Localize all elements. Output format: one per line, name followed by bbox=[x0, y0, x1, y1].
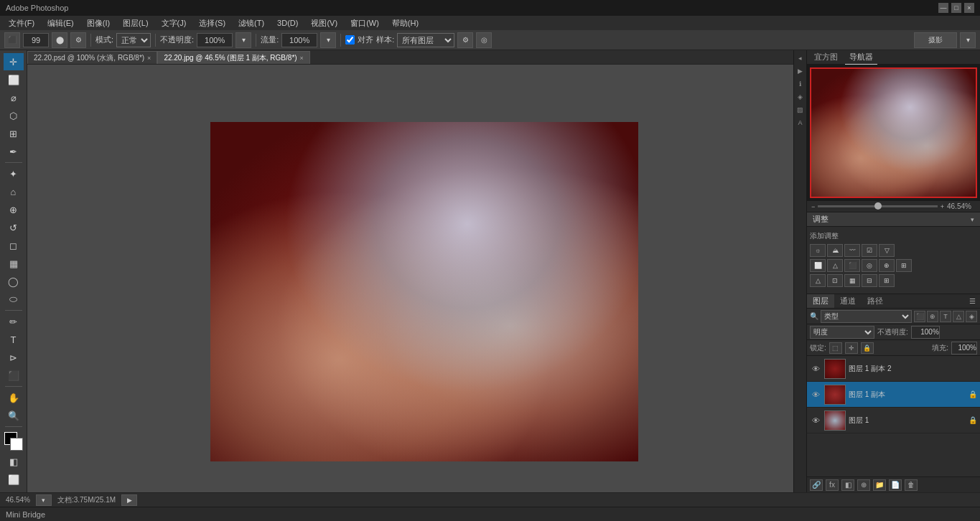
adj-curves[interactable]: 〰 bbox=[844, 244, 860, 257]
flow-input[interactable] bbox=[281, 33, 317, 47]
tool-options-icon[interactable]: ⬛ bbox=[4, 32, 20, 48]
tab-channels[interactable]: 通道 bbox=[834, 294, 862, 308]
adj-bw[interactable]: ⬛ bbox=[844, 259, 860, 272]
opacity-options-btn[interactable]: ▾ bbox=[235, 32, 251, 48]
filter-adjust[interactable]: ⊕ bbox=[927, 311, 938, 322]
tool-quickselect[interactable]: ⬡ bbox=[4, 107, 24, 124]
opacity-input-layers[interactable] bbox=[911, 326, 940, 339]
brush-size-input[interactable]: 99 bbox=[23, 33, 49, 47]
fill-input[interactable] bbox=[951, 342, 977, 355]
lock-position-btn[interactable]: ✛ bbox=[845, 342, 858, 354]
doc-info-btn[interactable]: ▶ bbox=[121, 494, 137, 506]
adj-colorbalance[interactable]: △ bbox=[827, 259, 843, 272]
adj-vibrance[interactable]: ▽ bbox=[879, 244, 895, 257]
new-group-btn[interactable]: 📁 bbox=[873, 479, 886, 491]
link-layers-btn[interactable]: 🔗 bbox=[810, 479, 823, 491]
right-strip-brush[interactable]: ◈ bbox=[795, 92, 806, 102]
adj-invert[interactable]: ⊞ bbox=[896, 259, 912, 272]
tab-paths[interactable]: 路径 bbox=[862, 294, 889, 308]
new-adjustment-btn[interactable]: ⊕ bbox=[857, 479, 870, 491]
align-checkbox[interactable] bbox=[345, 35, 355, 44]
menu-edit[interactable]: 编辑(E) bbox=[42, 17, 80, 30]
add-style-btn[interactable]: fx bbox=[826, 479, 839, 491]
layers-panel-menu[interactable]: ☰ bbox=[965, 297, 980, 305]
right-strip-play[interactable]: ▶ bbox=[795, 66, 806, 76]
layer-2-eye[interactable]: 👁 bbox=[810, 389, 821, 400]
filter-pixel[interactable]: ⬛ bbox=[914, 311, 925, 322]
right-strip-collapse[interactable]: ◂ bbox=[795, 53, 806, 63]
tool-zoom[interactable]: 🔍 bbox=[4, 407, 24, 424]
sample-select[interactable]: 所有图层 bbox=[397, 33, 454, 47]
tool-healing[interactable]: ✦ bbox=[4, 165, 24, 182]
tool-crop[interactable]: ⊞ bbox=[4, 125, 24, 142]
opacity-input[interactable] bbox=[197, 33, 233, 47]
flow-options-btn[interactable]: ▾ bbox=[320, 32, 336, 48]
lock-all-btn[interactable]: 🔒 bbox=[861, 342, 874, 354]
new-layer-btn[interactable]: 📄 bbox=[889, 479, 902, 491]
toolbar-expand-btn[interactable]: ▾ bbox=[960, 32, 976, 48]
adj-hsl[interactable]: ⬜ bbox=[810, 259, 826, 272]
sample-options-btn[interactable]: ⚙ bbox=[457, 32, 473, 48]
right-strip-info[interactable]: ℹ bbox=[795, 79, 806, 89]
extra-btn[interactable]: ◎ bbox=[476, 32, 492, 48]
doc-tab-jpg[interactable]: 22.20.jpg @ 46.5% (图层 1 副本, RGB/8*) × bbox=[157, 51, 310, 64]
blend-mode-select[interactable]: 明度 bbox=[810, 326, 874, 339]
doc-tab-psd[interactable]: 22.20.psd @ 100% (水滴, RGB/8*) × bbox=[27, 51, 157, 64]
adj-channel[interactable]: ⊕ bbox=[879, 259, 895, 272]
menu-layer[interactable]: 图层(L) bbox=[117, 17, 154, 30]
adj-posterize[interactable]: △ bbox=[810, 274, 826, 287]
mini-bridge-label[interactable]: Mini Bridge bbox=[6, 510, 45, 519]
close-button[interactable]: × bbox=[964, 3, 974, 13]
mode-select[interactable]: 正常 bbox=[116, 33, 151, 47]
tool-shape[interactable]: ⬛ bbox=[4, 367, 24, 384]
menu-window[interactable]: 窗口(W) bbox=[345, 17, 385, 30]
tab-layers[interactable]: 图层 bbox=[807, 294, 834, 308]
zoom-out-icon[interactable]: − bbox=[811, 203, 815, 210]
brush-settings-btn[interactable]: ⚙ bbox=[70, 32, 86, 48]
doc-tab-psd-close[interactable]: × bbox=[147, 55, 151, 62]
tool-lasso[interactable]: ⌀ bbox=[4, 89, 24, 106]
tool-stamp[interactable]: ⊕ bbox=[4, 201, 24, 218]
filter-shape[interactable]: △ bbox=[953, 311, 964, 322]
background-color[interactable] bbox=[10, 438, 23, 451]
zoom-slider[interactable] bbox=[818, 205, 937, 207]
menu-filter[interactable]: 滤镜(T) bbox=[233, 17, 270, 30]
quick-mask-btn[interactable]: ◧ bbox=[4, 453, 24, 470]
filter-type[interactable]: T bbox=[940, 311, 951, 322]
screen-mode-btn[interactable]: ⬜ bbox=[4, 471, 24, 488]
adjustments-header[interactable]: 调整 ▾ bbox=[807, 212, 980, 227]
tool-hand[interactable]: ✋ bbox=[4, 389, 24, 406]
layer-row-2[interactable]: 👁 图层 1 副本 🔒 bbox=[807, 382, 980, 408]
filter-type-select[interactable]: 类型 bbox=[821, 310, 912, 323]
brush-toggle-btn[interactable]: ⬤ bbox=[52, 32, 67, 48]
menu-help[interactable]: 帮助(H) bbox=[386, 17, 424, 30]
tool-text[interactable]: T bbox=[4, 331, 24, 348]
menu-image[interactable]: 图像(I) bbox=[81, 17, 116, 30]
tool-marquee[interactable]: ⬜ bbox=[4, 71, 24, 88]
menu-3d[interactable]: 3D(D) bbox=[271, 17, 304, 29]
menu-view[interactable]: 视图(V) bbox=[305, 17, 343, 30]
right-strip-color[interactable]: ▨ bbox=[795, 105, 806, 115]
lock-pixels-btn[interactable]: ⬚ bbox=[829, 342, 842, 354]
layer-row-3[interactable]: 👁 图层 1 副本 2 bbox=[807, 356, 980, 382]
color-box[interactable] bbox=[4, 432, 23, 451]
adj-threshold[interactable]: ⊡ bbox=[827, 274, 843, 287]
tool-gradient[interactable]: ▦ bbox=[4, 255, 24, 272]
adj-photo[interactable]: ◎ bbox=[862, 259, 877, 272]
adj-gradientmap[interactable]: ▦ bbox=[844, 274, 860, 287]
layer-1-eye[interactable]: 👁 bbox=[810, 415, 821, 426]
zoom-in-icon[interactable]: + bbox=[941, 203, 944, 210]
adj-brightness[interactable]: ☼ bbox=[810, 244, 826, 257]
tool-dodge[interactable]: ⬭ bbox=[4, 291, 24, 308]
tool-eyedropper[interactable]: ✒ bbox=[4, 143, 24, 160]
tab-navigator[interactable]: 导航器 bbox=[845, 50, 877, 65]
menu-select[interactable]: 选择(S) bbox=[193, 17, 231, 30]
doc-tab-jpg-close[interactable]: × bbox=[300, 55, 304, 62]
adj-other[interactable]: ⊞ bbox=[879, 274, 895, 287]
tool-blur[interactable]: ◯ bbox=[4, 273, 24, 290]
layer-3-eye[interactable]: 👁 bbox=[810, 363, 821, 375]
tool-pen[interactable]: ✏ bbox=[4, 313, 24, 330]
status-info-btn[interactable]: ▾ bbox=[36, 494, 52, 506]
layer-row-1[interactable]: 👁 图层 1 🔒 bbox=[807, 408, 980, 433]
right-strip-text[interactable]: A bbox=[795, 118, 806, 128]
